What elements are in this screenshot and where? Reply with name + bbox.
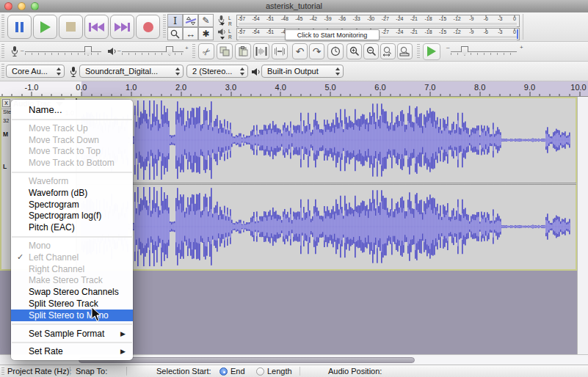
- multi-tool-button[interactable]: ✱: [198, 27, 214, 40]
- trim-audio-button[interactable]: [253, 43, 269, 59]
- menu-item-move-track-up: Move Track Up: [11, 122, 133, 134]
- ruler-tick: [111, 94, 112, 96]
- input-volume-mic-icon: [10, 45, 19, 57]
- envelope-tool-button[interactable]: [183, 14, 198, 27]
- menu-item-set-rate[interactable]: Set Rate▶: [11, 346, 133, 358]
- silence-audio-button[interactable]: [272, 43, 288, 59]
- meter-scale-number: 0: [513, 29, 516, 34]
- menu-item-waveform-db[interactable]: Waveform (dB): [11, 187, 133, 199]
- copy-button[interactable]: [217, 43, 233, 59]
- fit-project-button[interactable]: [397, 43, 413, 59]
- waveform-area[interactable]: [76, 98, 576, 269]
- menu-separator: [12, 119, 132, 120]
- ruler-tick: [529, 92, 530, 96]
- close-track-icon[interactable]: x: [2, 99, 10, 107]
- zoom-in-button[interactable]: [346, 43, 362, 59]
- length-radio-label[interactable]: Length: [267, 367, 292, 376]
- pause-button[interactable]: [7, 15, 32, 39]
- menu-item-label: Move Track to Top: [29, 146, 101, 156]
- playback-speed-slider-track[interactable]: [451, 51, 517, 52]
- record-meter[interactable]: -57-54-51-48-45-42-39-36-33-30-27-24-21-…: [236, 15, 520, 27]
- menu-item-set-sample-format[interactable]: Set Sample Format▶: [11, 328, 133, 340]
- meter-scale-number: -33: [353, 16, 360, 21]
- menu-item-make-stereo-track: Make Stereo Track: [11, 275, 133, 287]
- device-toolbar: Core Au... Soundcraft_Digital... 2 (Ster…: [0, 62, 588, 81]
- menu-item-label: Split Stereo Track: [29, 299, 98, 309]
- select-stepper-icon: [335, 67, 340, 76]
- redo-button[interactable]: ↷: [309, 43, 324, 59]
- meter-scale-number: -51: [266, 29, 274, 34]
- toolbar-grip[interactable]: [1, 44, 4, 59]
- ruler-tick: [450, 94, 451, 96]
- meter-scale-number: -18: [424, 16, 432, 21]
- ruler-tick: [221, 94, 222, 96]
- output-volume-speaker-icon: [107, 47, 117, 56]
- skip-to-end-button[interactable]: [110, 15, 134, 39]
- snap-to-label: Snap To:: [76, 367, 107, 376]
- statusbar-divider: [126, 367, 127, 376]
- fit-selection-button[interactable]: [380, 43, 396, 59]
- selection-tool-button[interactable]: I: [167, 14, 183, 27]
- sync-lock-button[interactable]: [327, 43, 344, 59]
- record-meter-icon-group[interactable]: L R: [217, 15, 235, 27]
- zoom-out-button[interactable]: [363, 43, 379, 59]
- menu-item-left-channel: ✓Left Channel: [11, 252, 133, 263]
- draw-tool-button[interactable]: ✎: [198, 14, 214, 27]
- length-radio[interactable]: [256, 367, 264, 376]
- end-radio[interactable]: [219, 367, 228, 376]
- meter-scale-number: -48: [281, 16, 288, 21]
- stop-button[interactable]: [59, 15, 83, 39]
- menu-item-spectrogram[interactable]: Spectrogram: [11, 199, 133, 211]
- toolbar-grip[interactable]: [1, 15, 4, 39]
- trim-audio-icon: [255, 46, 267, 56]
- tools-grip[interactable]: [163, 15, 166, 39]
- menu-item-split-stereo-track[interactable]: Split Stereo Track: [11, 298, 133, 310]
- ruler-tick: [32, 92, 32, 96]
- monitoring-tooltip[interactable]: Click to Start Monitoring: [285, 29, 380, 40]
- meter-dropdown-icon[interactable]: [220, 37, 225, 40]
- transcription-grip[interactable]: [417, 44, 420, 59]
- record-button[interactable]: [136, 15, 160, 39]
- menu-item-label: Move Track Down: [29, 135, 99, 145]
- clock-icon: [330, 46, 341, 56]
- meter-scale-number: -21: [410, 29, 418, 34]
- menu-item-label: Make Stereo Track: [29, 275, 103, 285]
- ruler-tick: [420, 94, 421, 96]
- play-at-speed-button[interactable]: [423, 43, 440, 60]
- menu-item-split-stereo-to-mono[interactable]: Split Stereo to Mono: [11, 310, 133, 321]
- end-radio-label[interactable]: End: [231, 367, 245, 376]
- meter-scale-number: -39: [324, 16, 331, 21]
- time-shift-tool-button[interactable]: ↔: [183, 27, 198, 40]
- statusbar-grip: [1, 367, 4, 375]
- meter-scale-number: -42: [310, 16, 317, 21]
- audio-host-select[interactable]: Core Au...: [6, 65, 65, 78]
- zoom-tool-button[interactable]: [167, 27, 183, 40]
- ruler-tick: [231, 92, 231, 96]
- menu-item-swap-stereo-channels[interactable]: Swap Stereo Channels: [11, 286, 133, 298]
- edit-toolbar-grip[interactable]: [192, 44, 195, 59]
- cut-button[interactable]: ✂: [198, 43, 214, 59]
- paste-button[interactable]: [235, 43, 251, 59]
- statusbar-divider: [70, 367, 70, 376]
- undo-button[interactable]: ↶: [292, 43, 308, 59]
- menu-item-label: Move Track Up: [29, 123, 88, 133]
- menu-item-pitch-eac[interactable]: Pitch (EAC): [11, 222, 133, 233]
- input-channels-select[interactable]: 2 (Stereo...: [186, 65, 248, 78]
- output-volume-slider-track[interactable]: [122, 51, 184, 52]
- skip-to-start-button[interactable]: [84, 15, 109, 39]
- menu-item-name[interactable]: Name...: [11, 103, 133, 116]
- ruler-tick: [370, 94, 371, 96]
- audacity-window: asterisk_tutorial I ✎ ↔ ✱ L R -57-54-51-…: [0, 0, 588, 377]
- output-device-select[interactable]: Built-in Output: [261, 65, 344, 78]
- play-meter-icon-group[interactable]: L R: [217, 28, 235, 40]
- meter-scale-number: -6: [484, 16, 488, 21]
- menu-item-label: Swap Stereo Channels: [29, 287, 119, 297]
- meter-dropdown-icon[interactable]: [220, 23, 225, 26]
- menu-item-spectrogram-log-f[interactable]: Spectrogram log(f): [11, 211, 133, 222]
- ruler-tick: [1, 94, 2, 96]
- timeline-ruler[interactable]: -1.00.01.02.03.04.05.06.07.08.09.010.0: [0, 81, 588, 97]
- play-button[interactable]: [33, 15, 57, 39]
- toolbar-grip[interactable]: [1, 64, 4, 78]
- input-device-select[interactable]: Soundcraft_Digital...: [79, 65, 184, 78]
- vertical-scrollbar[interactable]: [577, 97, 588, 354]
